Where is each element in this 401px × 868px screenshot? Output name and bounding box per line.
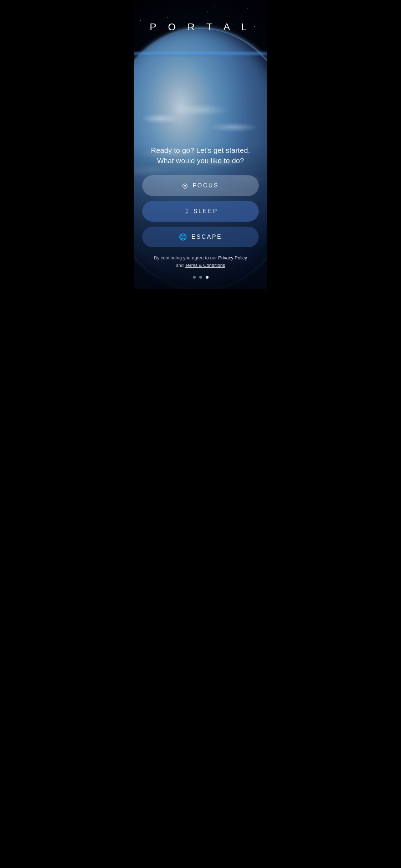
- privacy-policy-link[interactable]: Privacy Policy: [218, 255, 247, 260]
- legal-conjunction: and: [176, 263, 184, 268]
- bottom-section: Ready to go? Let's get started. What wou…: [134, 145, 267, 289]
- legal-prefix: By continuing you agree to our: [154, 255, 218, 260]
- page-indicators: [193, 276, 209, 279]
- moon-icon: ☽: [183, 208, 190, 215]
- screen: P O R T A L Ready to go? Let's get start…: [134, 0, 267, 289]
- terms-conditions-link[interactable]: Terms & Conditions: [185, 263, 225, 268]
- globe-icon: 🌐: [179, 234, 188, 240]
- sleep-button-label: SLEEP: [194, 208, 218, 215]
- dot-1[interactable]: [193, 276, 196, 279]
- focus-button-label: FOCUS: [192, 182, 219, 189]
- dot-2[interactable]: [199, 276, 202, 279]
- content-container: P O R T A L Ready to go? Let's get start…: [134, 0, 267, 289]
- sleep-button[interactable]: ☽ SLEEP: [142, 201, 259, 222]
- legal-text: By continuing you agree to our Privacy P…: [154, 254, 247, 269]
- target-icon: ◎: [182, 182, 189, 189]
- app-title: P O R T A L: [150, 21, 251, 33]
- escape-button-label: ESCAPE: [191, 234, 222, 240]
- escape-button[interactable]: 🌐 ESCAPE: [142, 227, 259, 247]
- focus-button[interactable]: ◎ FOCUS: [142, 175, 259, 196]
- tagline: Ready to go? Let's get started. What wou…: [151, 145, 250, 166]
- dot-3[interactable]: [206, 276, 209, 279]
